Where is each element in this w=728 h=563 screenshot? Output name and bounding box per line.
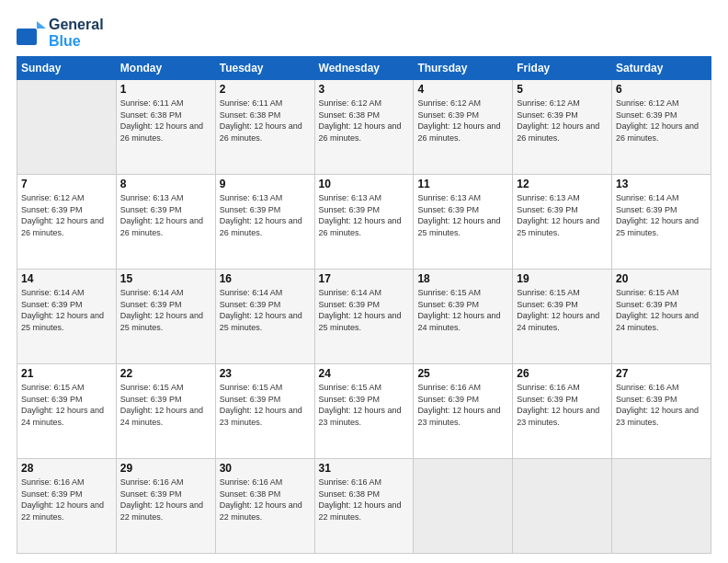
col-monday: Monday bbox=[116, 57, 215, 80]
day-number: 8 bbox=[120, 178, 211, 190]
table-cell: 1Sunrise: 6:11 AM Sunset: 6:38 PM Daylig… bbox=[116, 80, 215, 175]
day-number: 11 bbox=[417, 178, 508, 190]
day-number: 21 bbox=[21, 367, 112, 380]
calendar-row: 1Sunrise: 6:11 AM Sunset: 6:38 PM Daylig… bbox=[17, 80, 711, 175]
day-number: 31 bbox=[319, 462, 410, 475]
day-number: 30 bbox=[220, 462, 311, 475]
day-info: Sunrise: 6:14 AM Sunset: 6:39 PM Dayligh… bbox=[21, 287, 112, 333]
table-cell: 18Sunrise: 6:15 AM Sunset: 6:39 PM Dayli… bbox=[414, 270, 513, 364]
table-cell: 5Sunrise: 6:12 AM Sunset: 6:39 PM Daylig… bbox=[513, 80, 612, 175]
table-cell: 30Sunrise: 6:16 AM Sunset: 6:38 PM Dayli… bbox=[215, 459, 314, 554]
day-info: Sunrise: 6:15 AM Sunset: 6:39 PM Dayligh… bbox=[616, 287, 707, 333]
table-cell: 25Sunrise: 6:16 AM Sunset: 6:39 PM Dayli… bbox=[414, 364, 513, 459]
table-cell: 7Sunrise: 6:12 AM Sunset: 6:39 PM Daylig… bbox=[17, 175, 117, 270]
day-info: Sunrise: 6:14 AM Sunset: 6:39 PM Dayligh… bbox=[220, 287, 311, 333]
day-number: 13 bbox=[616, 178, 707, 190]
day-number: 6 bbox=[616, 83, 707, 96]
day-number: 5 bbox=[517, 83, 608, 96]
table-cell: 24Sunrise: 6:15 AM Sunset: 6:39 PM Dayli… bbox=[314, 364, 414, 459]
calendar-row: 14Sunrise: 6:14 AM Sunset: 6:39 PM Dayli… bbox=[17, 270, 711, 364]
day-info: Sunrise: 6:12 AM Sunset: 6:39 PM Dayligh… bbox=[417, 98, 508, 144]
day-info: Sunrise: 6:15 AM Sunset: 6:39 PM Dayligh… bbox=[120, 382, 211, 428]
day-number: 29 bbox=[120, 462, 211, 475]
table-cell bbox=[513, 459, 612, 554]
table-cell: 15Sunrise: 6:14 AM Sunset: 6:39 PM Dayli… bbox=[116, 270, 215, 364]
day-info: Sunrise: 6:13 AM Sunset: 6:39 PM Dayligh… bbox=[319, 192, 410, 238]
day-number: 2 bbox=[220, 83, 311, 96]
day-info: Sunrise: 6:16 AM Sunset: 6:39 PM Dayligh… bbox=[21, 477, 112, 523]
day-info: Sunrise: 6:15 AM Sunset: 6:39 PM Dayligh… bbox=[220, 382, 311, 428]
day-number: 10 bbox=[319, 178, 410, 190]
table-cell: 12Sunrise: 6:13 AM Sunset: 6:39 PM Dayli… bbox=[513, 175, 612, 270]
day-info: Sunrise: 6:13 AM Sunset: 6:39 PM Dayligh… bbox=[517, 192, 608, 238]
day-info: Sunrise: 6:16 AM Sunset: 6:39 PM Dayligh… bbox=[517, 382, 608, 428]
table-cell: 20Sunrise: 6:15 AM Sunset: 6:39 PM Dayli… bbox=[612, 270, 711, 364]
table-cell: 6Sunrise: 6:12 AM Sunset: 6:39 PM Daylig… bbox=[612, 80, 711, 175]
calendar-header-row: Sunday Monday Tuesday Wednesday Thursday… bbox=[17, 57, 711, 80]
table-cell bbox=[414, 459, 513, 554]
day-info: Sunrise: 6:14 AM Sunset: 6:39 PM Dayligh… bbox=[319, 287, 410, 333]
day-info: Sunrise: 6:12 AM Sunset: 6:39 PM Dayligh… bbox=[21, 192, 112, 238]
day-info: Sunrise: 6:16 AM Sunset: 6:39 PM Dayligh… bbox=[616, 382, 707, 428]
table-cell: 19Sunrise: 6:15 AM Sunset: 6:39 PM Dayli… bbox=[513, 270, 612, 364]
table-cell: 26Sunrise: 6:16 AM Sunset: 6:39 PM Dayli… bbox=[513, 364, 612, 459]
day-number: 28 bbox=[21, 462, 112, 475]
day-info: Sunrise: 6:16 AM Sunset: 6:38 PM Dayligh… bbox=[220, 477, 311, 523]
table-cell: 17Sunrise: 6:14 AM Sunset: 6:39 PM Dayli… bbox=[314, 270, 414, 364]
table-cell: 3Sunrise: 6:12 AM Sunset: 6:38 PM Daylig… bbox=[314, 80, 414, 175]
day-info: Sunrise: 6:12 AM Sunset: 6:39 PM Dayligh… bbox=[616, 98, 707, 144]
table-cell: 14Sunrise: 6:14 AM Sunset: 6:39 PM Dayli… bbox=[17, 270, 117, 364]
day-info: Sunrise: 6:13 AM Sunset: 6:39 PM Dayligh… bbox=[120, 192, 211, 238]
day-number: 22 bbox=[120, 367, 211, 380]
calendar-table: Sunday Monday Tuesday Wednesday Thursday… bbox=[17, 56, 711, 554]
day-info: Sunrise: 6:13 AM Sunset: 6:39 PM Dayligh… bbox=[417, 192, 508, 238]
table-cell: 29Sunrise: 6:16 AM Sunset: 6:39 PM Dayli… bbox=[116, 459, 215, 554]
calendar-row: 7Sunrise: 6:12 AM Sunset: 6:39 PM Daylig… bbox=[17, 175, 711, 270]
table-cell: 23Sunrise: 6:15 AM Sunset: 6:39 PM Dayli… bbox=[215, 364, 314, 459]
day-number: 14 bbox=[21, 272, 112, 285]
day-info: Sunrise: 6:16 AM Sunset: 6:39 PM Dayligh… bbox=[120, 477, 211, 523]
day-info: Sunrise: 6:16 AM Sunset: 6:38 PM Dayligh… bbox=[319, 477, 410, 523]
day-info: Sunrise: 6:11 AM Sunset: 6:38 PM Dayligh… bbox=[220, 98, 311, 144]
calendar-page: General Blue Sunday Monday Tuesday Wedne… bbox=[0, 0, 728, 563]
day-info: Sunrise: 6:13 AM Sunset: 6:39 PM Dayligh… bbox=[220, 192, 311, 238]
header: General Blue bbox=[17, 17, 711, 49]
table-cell bbox=[612, 459, 711, 554]
col-tuesday: Tuesday bbox=[215, 57, 314, 80]
table-cell: 13Sunrise: 6:14 AM Sunset: 6:39 PM Dayli… bbox=[612, 175, 711, 270]
table-cell: 9Sunrise: 6:13 AM Sunset: 6:39 PM Daylig… bbox=[215, 175, 314, 270]
day-number: 3 bbox=[319, 83, 410, 96]
col-sunday: Sunday bbox=[17, 57, 117, 80]
day-info: Sunrise: 6:12 AM Sunset: 6:38 PM Dayligh… bbox=[319, 98, 410, 144]
col-saturday: Saturday bbox=[612, 57, 711, 80]
day-info: Sunrise: 6:15 AM Sunset: 6:39 PM Dayligh… bbox=[21, 382, 112, 428]
table-cell: 28Sunrise: 6:16 AM Sunset: 6:39 PM Dayli… bbox=[17, 459, 117, 554]
table-cell: 8Sunrise: 6:13 AM Sunset: 6:39 PM Daylig… bbox=[116, 175, 215, 270]
table-cell: 2Sunrise: 6:11 AM Sunset: 6:38 PM Daylig… bbox=[215, 80, 314, 175]
day-info: Sunrise: 6:12 AM Sunset: 6:39 PM Dayligh… bbox=[517, 98, 608, 144]
logo-text-general: General bbox=[49, 17, 104, 33]
day-info: Sunrise: 6:15 AM Sunset: 6:39 PM Dayligh… bbox=[517, 287, 608, 333]
day-number: 12 bbox=[517, 178, 608, 190]
day-info: Sunrise: 6:14 AM Sunset: 6:39 PM Dayligh… bbox=[120, 287, 211, 333]
day-number: 7 bbox=[21, 178, 112, 190]
day-number: 26 bbox=[517, 367, 608, 380]
day-number: 23 bbox=[220, 367, 311, 380]
table-cell: 11Sunrise: 6:13 AM Sunset: 6:39 PM Dayli… bbox=[414, 175, 513, 270]
day-number: 16 bbox=[220, 272, 311, 285]
day-number: 17 bbox=[319, 272, 410, 285]
col-wednesday: Wednesday bbox=[314, 57, 414, 80]
calendar-row: 21Sunrise: 6:15 AM Sunset: 6:39 PM Dayli… bbox=[17, 364, 711, 459]
table-cell: 27Sunrise: 6:16 AM Sunset: 6:39 PM Dayli… bbox=[612, 364, 711, 459]
day-number: 9 bbox=[220, 178, 311, 190]
table-cell: 4Sunrise: 6:12 AM Sunset: 6:39 PM Daylig… bbox=[414, 80, 513, 175]
table-cell: 10Sunrise: 6:13 AM Sunset: 6:39 PM Dayli… bbox=[314, 175, 414, 270]
day-number: 27 bbox=[616, 367, 707, 380]
table-cell: 16Sunrise: 6:14 AM Sunset: 6:39 PM Dayli… bbox=[215, 270, 314, 364]
calendar-row: 28Sunrise: 6:16 AM Sunset: 6:39 PM Dayli… bbox=[17, 459, 711, 554]
col-friday: Friday bbox=[513, 57, 612, 80]
day-info: Sunrise: 6:15 AM Sunset: 6:39 PM Dayligh… bbox=[417, 287, 508, 333]
day-number: 24 bbox=[319, 367, 410, 380]
day-number: 20 bbox=[616, 272, 707, 285]
table-cell: 31Sunrise: 6:16 AM Sunset: 6:38 PM Dayli… bbox=[314, 459, 414, 554]
